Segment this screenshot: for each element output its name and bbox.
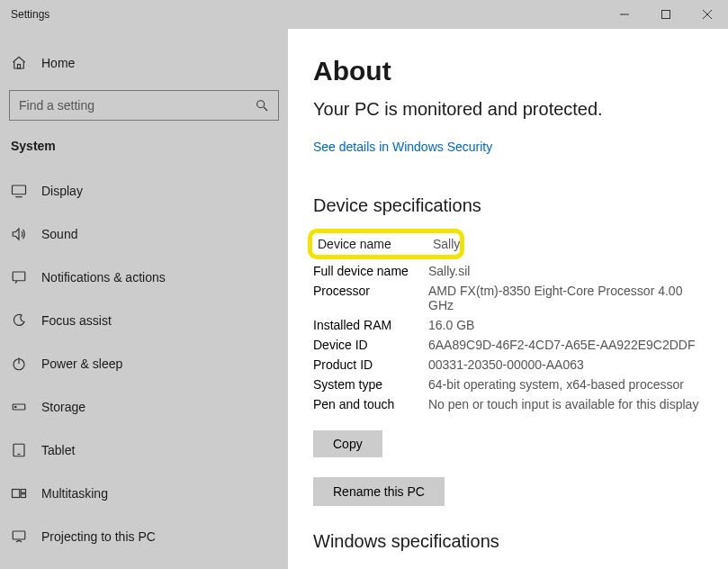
search-box[interactable]: [9, 90, 279, 121]
sidebar-item-label: Display: [41, 184, 83, 198]
sidebar-item-tablet[interactable]: Tablet: [9, 429, 279, 472]
sidebar-item-storage[interactable]: Storage: [9, 385, 279, 429]
sidebar-item-projecting[interactable]: Projecting to this PC: [9, 515, 279, 558]
sidebar-item-label: Focus assist: [41, 313, 112, 328]
device-specs-heading: Device specifications: [313, 195, 703, 216]
sidebar-item-label: Sound: [41, 227, 77, 241]
security-link[interactable]: See details in Windows Security: [313, 140, 492, 154]
svg-rect-4: [18, 65, 21, 69]
sidebar: Home System Display Sound Notifications …: [0, 29, 288, 569]
minimize-icon: [620, 10, 629, 19]
sidebar-item-label: Notifications & actions: [41, 270, 166, 284]
close-button[interactable]: [687, 0, 728, 29]
copy-button[interactable]: Copy: [313, 430, 382, 457]
search-input[interactable]: [19, 98, 255, 113]
sidebar-item-multitasking[interactable]: Multitasking: [9, 472, 279, 515]
svg-point-5: [257, 101, 265, 108]
sidebar-item-display[interactable]: Display: [9, 169, 279, 212]
spec-value: Sally.sil: [428, 264, 703, 278]
spec-key: Product ID: [313, 357, 428, 372]
search-icon: [255, 98, 269, 113]
spec-value: AMD FX(tm)-8350 Eight-Core Processor 4.0…: [428, 284, 703, 312]
sidebar-home[interactable]: Home: [9, 45, 279, 81]
maximize-icon: [661, 10, 670, 19]
spec-value: Sally: [433, 237, 460, 251]
spec-key: Installed RAM: [313, 318, 428, 332]
minimize-button[interactable]: [604, 0, 645, 29]
spec-key: System type: [313, 377, 428, 392]
sidebar-item-label: Tablet: [41, 443, 75, 457]
spec-value: No pen or touch input is available for t…: [428, 397, 703, 411]
windows-specs-heading: Windows specifications: [313, 531, 703, 552]
svg-rect-7: [13, 185, 26, 194]
sidebar-item-label: Projecting to this PC: [41, 529, 156, 544]
spec-key: Device ID: [313, 338, 428, 352]
sidebar-home-label: Home: [41, 56, 75, 70]
sidebar-item-focus-assist[interactable]: Focus assist: [9, 299, 279, 342]
rename-pc-button[interactable]: Rename this PC: [313, 477, 445, 506]
table-row: Product ID 00331-20350-00000-AA063: [313, 355, 703, 375]
svg-point-14: [15, 406, 17, 408]
svg-marker-9: [13, 229, 19, 239]
table-row: Full device name Sally.sil: [313, 261, 703, 281]
storage-icon: [11, 399, 27, 415]
table-row: Processor AMD FX(tm)-8350 Eight-Core Pro…: [313, 281, 703, 315]
svg-line-6: [264, 107, 267, 111]
svg-rect-19: [21, 494, 25, 498]
focus-assist-icon: [11, 312, 27, 329]
sidebar-item-label: Storage: [41, 400, 85, 414]
close-icon: [703, 10, 712, 19]
power-icon: [11, 356, 27, 372]
svg-rect-20: [13, 531, 25, 539]
window-title: Settings: [11, 8, 49, 21]
sidebar-item-sound[interactable]: Sound: [9, 212, 279, 256]
page-title: About: [313, 56, 703, 86]
device-name-row-highlight: Device name Sally: [308, 229, 464, 259]
sidebar-item-label: Multitasking: [41, 486, 108, 501]
protection-status: Your PC is monitored and protected.: [313, 99, 703, 120]
table-row: Pen and touch No pen or touch input is a…: [313, 394, 703, 414]
svg-rect-18: [21, 490, 25, 493]
spec-key: Device name: [318, 237, 433, 251]
projecting-icon: [11, 528, 27, 545]
notifications-icon: [11, 269, 27, 285]
spec-value: 00331-20350-00000-AA063: [428, 357, 703, 372]
sidebar-item-label: Power & sleep: [41, 357, 122, 371]
titlebar: Settings: [0, 0, 728, 29]
svg-rect-10: [13, 272, 25, 281]
table-row: Installed RAM 16.0 GB: [313, 315, 703, 335]
svg-rect-17: [13, 490, 20, 498]
main-pane: About Your PC is monitored and protected…: [288, 29, 728, 569]
sidebar-item-notifications[interactable]: Notifications & actions: [9, 256, 279, 299]
tablet-icon: [11, 442, 27, 458]
svg-rect-1: [662, 11, 670, 19]
home-icon: [11, 55, 27, 71]
spec-key: Pen and touch: [313, 397, 428, 411]
spec-key: Processor: [313, 284, 428, 312]
sidebar-item-power-sleep[interactable]: Power & sleep: [9, 342, 279, 385]
table-row: Device ID 6AA89C9D-46F2-4CD7-A65E-AA922E…: [313, 335, 703, 355]
spec-value: 6AA89C9D-46F2-4CD7-A65E-AA922E9C2DDF: [428, 338, 703, 352]
spec-value: 64-bit operating system, x64-based proce…: [428, 377, 703, 392]
device-specs-table: Device name Sally Full device name Sally…: [313, 229, 703, 414]
table-row: System type 64-bit operating system, x64…: [313, 375, 703, 394]
spec-value: 16.0 GB: [428, 318, 703, 332]
maximize-button[interactable]: [645, 0, 687, 29]
sidebar-section-system: System: [11, 139, 279, 153]
sound-icon: [11, 226, 27, 242]
spec-key: Full device name: [313, 264, 428, 278]
display-icon: [11, 183, 27, 199]
multitasking-icon: [11, 485, 27, 501]
